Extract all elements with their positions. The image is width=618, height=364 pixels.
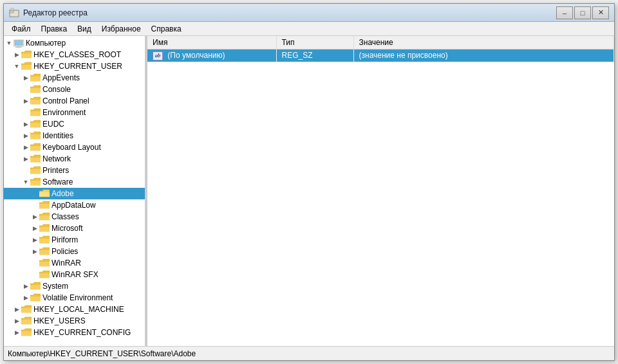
identities-label: Identities — [42, 131, 73, 140]
microsoft-label: Microsoft — [52, 224, 83, 233]
folder-microsoft-icon — [39, 224, 50, 233]
tree-node-system[interactable]: ▶ System — [4, 280, 145, 292]
expand-microsoft[interactable]: ▶ — [31, 224, 39, 232]
tree-node-appevents[interactable]: ▶ AppEvents — [4, 72, 145, 84]
expand-hkcr[interactable]: ▶ — [13, 51, 21, 59]
tree-node-hkcr[interactable]: ▶ HKEY_CLASSES_ROOT — [4, 49, 145, 60]
printers-label: Printers — [42, 166, 69, 175]
maximize-button[interactable]: □ — [574, 6, 591, 19]
folder-winrar-icon — [39, 259, 50, 268]
registry-values-table: Имя Тип Значение ab (По умолчанию) REG_S… — [147, 36, 614, 62]
col-value-header: Значение — [353, 36, 614, 50]
tree-node-network[interactable]: ▶ Network — [4, 153, 145, 165]
eudc-label: EUDC — [42, 120, 64, 129]
expand-appevents[interactable]: ▶ — [22, 74, 30, 82]
tree-node-winrar-sfx[interactable]: ▶ WinRAR SFX — [4, 269, 145, 280]
tree-node-hkcc[interactable]: ▶ HKEY_CURRENT_CONFIG — [4, 327, 145, 338]
detail-panel: Имя Тип Значение ab (По умолчанию) REG_S… — [147, 36, 614, 346]
tree-node-volatile-environment[interactable]: ▶ Volatile Environment — [4, 292, 145, 304]
col-name-header: Имя — [147, 36, 276, 50]
expand-hkcu[interactable]: ▼ — [13, 62, 21, 70]
status-path: Компьютер\HKEY_CURRENT_USER\Software\Ado… — [8, 349, 196, 358]
tree-node-appdatalow[interactable]: ▶ AppDataLow — [4, 199, 145, 211]
folder-network-icon — [30, 154, 41, 163]
folder-classes-icon — [39, 212, 50, 221]
tree-node-hklm[interactable]: ▶ HKEY_LOCAL_MACHINE — [4, 304, 145, 315]
expand-volatile[interactable]: ▶ — [22, 294, 30, 302]
tree-node-piriform[interactable]: ▶ Piriform — [4, 234, 145, 246]
tree-node-keyboard-layout[interactable]: ▶ Keyboard Layout — [4, 141, 145, 153]
menu-view[interactable]: Вид — [72, 22, 97, 35]
tree-node-microsoft[interactable]: ▶ Microsoft — [4, 223, 145, 234]
expand-computer[interactable]: ▼ — [5, 39, 13, 47]
folder-appevents-icon — [30, 73, 41, 82]
tree-node-printers[interactable]: ▶ Printers — [4, 165, 145, 176]
minimize-button[interactable]: – — [556, 6, 573, 19]
menu-favorites[interactable]: Избранное — [97, 22, 146, 35]
appdatalow-label: AppDataLow — [52, 201, 96, 210]
winrar-label: WinRAR — [52, 259, 81, 268]
svg-rect-2 — [11, 8, 14, 10]
tree-node-hku[interactable]: ▶ HKEY_USERS — [4, 315, 145, 327]
tree-node-winrar[interactable]: ▶ WinRAR — [4, 257, 145, 269]
piriform-label: Piriform — [52, 235, 78, 244]
system-label: System — [42, 282, 68, 291]
tree-node-console[interactable]: ▶ Console — [4, 84, 145, 95]
menu-edit[interactable]: Правка — [36, 22, 73, 35]
menu-file[interactable]: Файл — [6, 22, 36, 35]
folder-printers-icon — [30, 166, 41, 175]
expand-software[interactable]: ▼ — [22, 178, 30, 186]
tree-panel[interactable]: ▼ Компьютер ▶ HKEY_CLASSES_ROOT — [4, 36, 145, 346]
volatile-environment-label: Volatile Environment — [42, 293, 113, 302]
registry-editor-window: Редактор реестра – □ ✕ Файл Правка Вид И… — [3, 3, 615, 361]
expand-piriform[interactable]: ▶ — [31, 236, 39, 244]
tree-node-computer[interactable]: ▼ Компьютер — [4, 37, 145, 49]
folder-controlpanel-icon — [30, 96, 41, 105]
expand-network[interactable]: ▶ — [22, 155, 30, 163]
tree-node-hkcu[interactable]: ▼ HKEY_CURRENT_USER — [4, 60, 145, 72]
policies-label: Policies — [52, 247, 78, 256]
folder-environment-icon — [30, 108, 41, 117]
table-row[interactable]: ab (По умолчанию) REG_SZ (значение не пр… — [147, 50, 614, 62]
hkcu-label: HKEY_CURRENT_USER — [33, 62, 122, 71]
reg-value-icon: ab — [153, 51, 163, 60]
expand-system[interactable]: ▶ — [22, 282, 30, 290]
folder-console-icon — [30, 85, 41, 94]
col-type-header: Тип — [276, 36, 353, 50]
winrar-sfx-label: WinRAR SFX — [52, 270, 98, 279]
tree-node-software[interactable]: ▼ Software — [4, 176, 145, 188]
expand-policies[interactable]: ▶ — [31, 248, 39, 255]
window-icon — [9, 8, 19, 18]
classes-label: Classes — [52, 212, 79, 221]
expand-hkcc[interactable]: ▶ — [13, 329, 21, 336]
controlpanel-label: Control Panel — [42, 96, 89, 105]
menu-bar: Файл Правка Вид Избранное Справка — [4, 22, 614, 36]
folder-hkcu-icon — [21, 62, 32, 71]
tree-node-identities[interactable]: ▶ Identities — [4, 130, 145, 141]
computer-icon — [14, 39, 24, 48]
expand-hklm[interactable]: ▶ — [13, 305, 21, 313]
expand-hku[interactable]: ▶ — [13, 317, 21, 325]
tree-node-controlpanel[interactable]: ▶ Control Panel — [4, 95, 145, 107]
folder-hkcc-icon — [21, 328, 32, 337]
menu-help[interactable]: Справка — [146, 22, 187, 35]
tree-node-classes[interactable]: ▶ Classes — [4, 211, 145, 223]
expand-identities[interactable]: ▶ — [22, 132, 30, 140]
tree-node-adobe[interactable]: ▶ Adobe — [4, 188, 145, 199]
tree-node-environment[interactable]: ▶ Environment — [4, 107, 145, 118]
folder-eudc-icon — [30, 120, 41, 129]
close-button[interactable]: ✕ — [592, 6, 609, 19]
expand-classes[interactable]: ▶ — [31, 213, 39, 221]
folder-hku-icon — [21, 316, 32, 325]
folder-winrar-sfx-icon — [39, 270, 50, 279]
folder-adobe-icon — [39, 189, 50, 198]
appevents-label: AppEvents — [42, 73, 80, 82]
expand-eudc[interactable]: ▶ — [22, 120, 30, 128]
tree-node-eudc[interactable]: ▶ EUDC — [4, 118, 145, 130]
expand-controlpanel[interactable]: ▶ — [22, 97, 30, 105]
tree-node-policies[interactable]: ▶ Policies — [4, 246, 145, 257]
expand-keyboard-layout[interactable]: ▶ — [22, 143, 30, 151]
value-name-cell: ab (По умолчанию) — [147, 50, 276, 62]
folder-system-icon — [30, 282, 41, 291]
title-bar: Редактор реестра – □ ✕ — [4, 4, 614, 22]
